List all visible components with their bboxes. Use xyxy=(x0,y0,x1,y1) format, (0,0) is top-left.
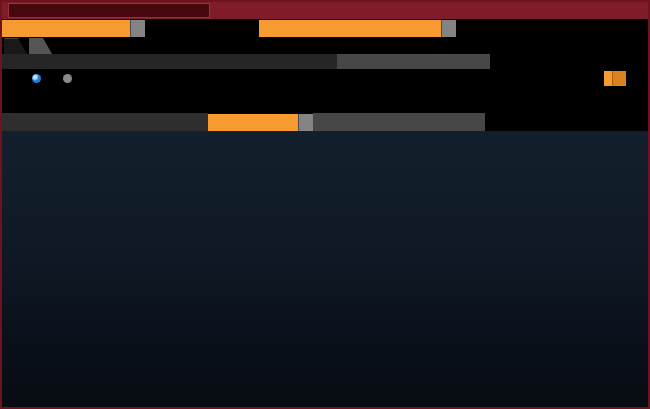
tab-bar xyxy=(2,38,648,54)
section-bar xyxy=(2,54,648,69)
historical-title-group xyxy=(2,113,208,131)
calendar-icon[interactable] xyxy=(612,71,626,86)
title-bar xyxy=(2,2,648,19)
radio-unselected-icon[interactable] xyxy=(63,74,72,83)
meeting-radio[interactable] xyxy=(32,74,45,83)
controls-row xyxy=(2,19,648,38)
chevron-down-icon[interactable] xyxy=(298,114,313,131)
chevron-down-icon[interactable] xyxy=(130,20,145,37)
radio-selected-icon[interactable] xyxy=(32,74,41,83)
spacer xyxy=(2,102,648,113)
historical-analysis-bar xyxy=(2,113,648,131)
add-remove-button-4[interactable] xyxy=(313,113,485,131)
section-filler xyxy=(490,54,648,69)
add-remove-button-3[interactable] xyxy=(337,54,490,69)
table-header-row xyxy=(2,88,650,102)
history-chart-svg[interactable] xyxy=(2,131,650,263)
wirp-window xyxy=(0,0,650,409)
probability-table xyxy=(2,88,650,102)
meeting-date-select[interactable] xyxy=(208,114,298,131)
tab-future-implied-probability[interactable] xyxy=(29,38,52,54)
export-data-button[interactable] xyxy=(8,3,210,18)
calculated-date-input[interactable] xyxy=(604,71,626,86)
dates-row xyxy=(2,69,648,88)
country-select[interactable] xyxy=(2,20,130,37)
calculation-radio[interactable] xyxy=(63,74,76,83)
historical-bar-filler xyxy=(485,113,648,131)
history-chart[interactable] xyxy=(2,131,648,407)
instrument-select[interactable] xyxy=(259,20,441,37)
chevron-down-icon[interactable] xyxy=(441,20,456,37)
tab-overview[interactable] xyxy=(4,38,27,54)
section-title xyxy=(2,54,337,69)
